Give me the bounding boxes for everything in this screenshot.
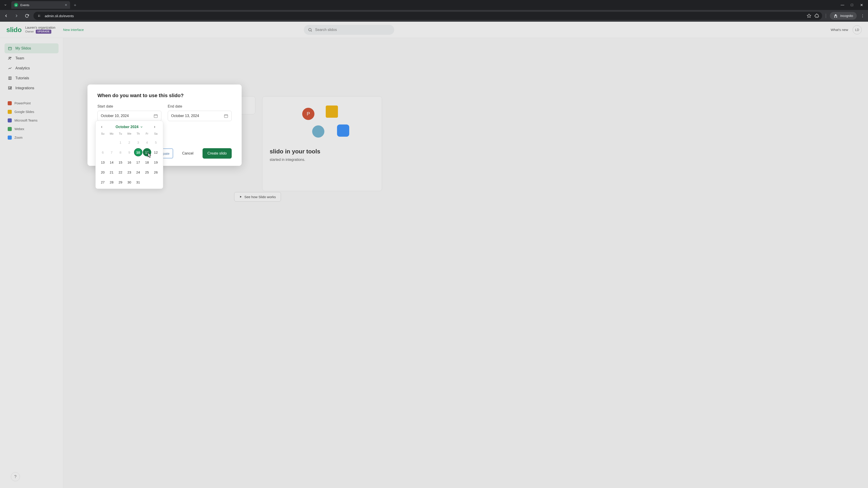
day-29[interactable]: 29	[116, 178, 125, 186]
day-20[interactable]: 20	[98, 168, 107, 176]
day-28[interactable]: 28	[107, 178, 116, 186]
browser-chrome: s Events ✕ ＋ ― □ ✕ admin.sli.do/events	[0, 0, 868, 22]
calendar-icon	[224, 113, 228, 118]
svg-point-0	[38, 15, 39, 15]
day-22[interactable]: 22	[116, 168, 125, 176]
end-date-value: October 13, 2024	[171, 114, 199, 118]
day-6[interactable]: 6	[98, 148, 107, 156]
day-21[interactable]: 21	[107, 168, 116, 176]
svg-rect-10	[154, 115, 158, 118]
incognito-label: Incognito	[840, 14, 853, 18]
dow-header: Fr	[143, 131, 151, 137]
start-date-value: October 10, 2024	[101, 114, 129, 118]
day-13[interactable]: 13	[98, 158, 107, 166]
forward-button[interactable]	[13, 12, 20, 20]
browser-menu-icon[interactable]: ⋮	[860, 14, 866, 18]
svg-marker-2	[807, 14, 811, 18]
day-7[interactable]: 7	[107, 148, 116, 156]
day-4[interactable]: 4	[143, 138, 151, 147]
window-controls: ― □ ✕	[840, 3, 867, 7]
dow-header: Mo	[107, 131, 116, 137]
svg-rect-14	[224, 115, 228, 118]
create-slido-button[interactable]: Create slido	[203, 148, 232, 159]
day-12[interactable]: 12	[152, 148, 160, 156]
day-18[interactable]: 18	[143, 158, 151, 166]
favicon-icon: s	[14, 3, 18, 7]
day-10[interactable]: 10	[134, 148, 143, 156]
day-3[interactable]: 3	[134, 138, 143, 147]
day-26[interactable]: 26	[152, 168, 160, 176]
day-17[interactable]: 17	[134, 158, 143, 166]
tab-close-icon[interactable]: ✕	[65, 3, 67, 7]
extensions-icon[interactable]	[814, 13, 819, 18]
day-empty	[107, 138, 116, 147]
dow-header: Su	[98, 131, 107, 137]
browser-tab[interactable]: s Events ✕	[11, 1, 70, 9]
browser-toolbar: admin.sli.do/events │ Incognito ⋮	[0, 10, 868, 22]
dow-header: Th	[134, 131, 143, 137]
day-24[interactable]: 24	[134, 168, 143, 176]
start-date-input[interactable]: October 10, 2024	[97, 111, 161, 121]
day-2[interactable]: 2	[125, 138, 133, 147]
day-8[interactable]: 8	[116, 148, 125, 156]
day-1[interactable]: 1	[116, 138, 125, 147]
reload-button[interactable]	[23, 12, 31, 20]
address-bar[interactable]: admin.sli.do/events	[33, 12, 822, 20]
datepicker: October 2024 SuMoTuWeThFrSa1234567891011…	[95, 121, 163, 189]
modal-title: When do you want to use this slido?	[97, 93, 232, 98]
minimize-icon[interactable]: ―	[840, 3, 844, 7]
dow-header: Sa	[151, 131, 160, 137]
day-23[interactable]: 23	[125, 168, 133, 176]
next-month-button[interactable]	[153, 125, 158, 129]
app-viewport: slido Lauren's organization Owner UPGRAD…	[0, 22, 868, 488]
bookmark-icon[interactable]	[807, 13, 811, 18]
day-empty	[98, 138, 107, 147]
day-25[interactable]: 25	[143, 168, 151, 176]
day-30[interactable]: 30	[125, 178, 133, 186]
site-info-icon[interactable]	[37, 13, 42, 19]
incognito-indicator[interactable]: Incognito	[830, 12, 857, 20]
url-text: admin.sli.do/events	[45, 14, 74, 18]
maximize-icon[interactable]: □	[850, 3, 854, 7]
end-date-input[interactable]: October 13, 2024	[168, 111, 232, 121]
prev-month-button[interactable]	[100, 125, 105, 129]
back-button[interactable]	[2, 12, 10, 20]
calendar-icon	[153, 113, 158, 118]
day-9[interactable]: 9	[125, 148, 133, 156]
new-tab-button[interactable]: ＋	[72, 2, 78, 8]
month-selector[interactable]: October 2024	[116, 125, 143, 129]
day-16[interactable]: 16	[125, 158, 133, 166]
day-19[interactable]: 19	[152, 158, 160, 166]
tab-title: Events	[20, 3, 29, 7]
day-5[interactable]: 5	[152, 138, 160, 147]
chevron-down-icon	[140, 125, 143, 129]
tab-strip: s Events ✕ ＋ ― □ ✕	[0, 0, 868, 10]
day-empty	[152, 178, 160, 186]
svg-point-1	[38, 16, 39, 17]
day-empty	[143, 178, 151, 186]
month-label: October 2024	[116, 125, 138, 129]
day-27[interactable]: 27	[98, 178, 107, 186]
dow-header: We	[125, 131, 133, 137]
dow-header: Tu	[116, 131, 125, 137]
day-31[interactable]: 31	[134, 178, 143, 186]
cancel-button[interactable]: Cancel	[177, 148, 198, 159]
tab-search-dropdown[interactable]	[1, 1, 9, 9]
end-date-label: End date	[168, 104, 232, 108]
day-11[interactable]: 11	[143, 148, 151, 156]
day-15[interactable]: 15	[116, 158, 125, 166]
close-window-icon[interactable]: ✕	[860, 3, 864, 7]
day-14[interactable]: 14	[107, 158, 116, 166]
start-date-label: Start date	[97, 104, 161, 108]
